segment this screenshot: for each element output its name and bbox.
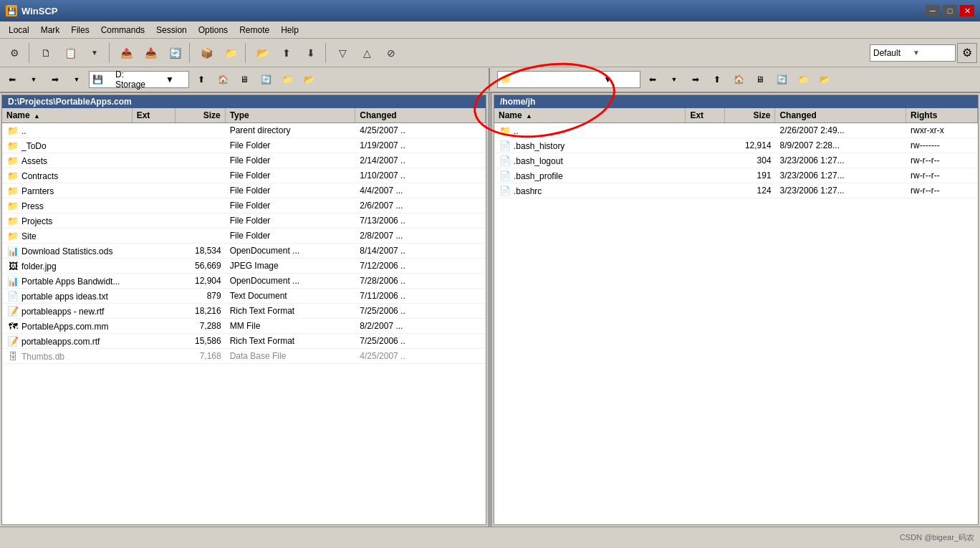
- list-item[interactable]: 🗺PortableApps.com.mm 7,288 MM File 8/2/2…: [2, 319, 486, 334]
- remote-col-size[interactable]: Size: [725, 108, 775, 122]
- remote-parent-button[interactable]: ⬆: [708, 70, 726, 89]
- list-item[interactable]: 📁.. Parent directory 4/25/2007 ..: [2, 123, 486, 138]
- local-panel: D:\Projects\PortableApps.com Name ▲ Ext …: [1, 95, 486, 525]
- list-item[interactable]: 📁Contracts File Folder 1/10/2007 ..: [2, 168, 486, 183]
- new-folder-button[interactable]: 📂: [251, 42, 274, 64]
- main-content: D:\Projects\PortableApps.com Name ▲ Ext …: [0, 93, 980, 527]
- list-item[interactable]: 📁.. 2/26/2007 2:49... rwxr-xr-x: [494, 123, 978, 138]
- remote-col-rights[interactable]: Rights: [906, 108, 978, 122]
- copy-icon-button[interactable]: 📥: [139, 42, 162, 64]
- remote-path-dropdown[interactable]: 📁 ▼: [497, 71, 640, 88]
- list-item[interactable]: 📝portableapps.com.rtf 15,586 Rich Text F…: [2, 334, 486, 349]
- remote-refresh-button[interactable]: 🔄: [772, 70, 791, 89]
- duplicate-tab-button[interactable]: 📋: [59, 42, 82, 64]
- list-item[interactable]: 📄portable apps ideas.txt 879 Text Docume…: [2, 289, 486, 304]
- preferences-button[interactable]: ⚙: [3, 42, 26, 64]
- remote-panel-path: /home/jh: [494, 95, 978, 108]
- menubar: Local Mark Files Commands Session Option…: [0, 21, 980, 39]
- remote-home-button[interactable]: 🏠: [729, 70, 748, 89]
- list-item[interactable]: 📄.bash_logout 304 3/23/2006 1:27... rw-r…: [494, 153, 978, 168]
- local-drive-arrow: ▼: [165, 74, 186, 85]
- sync-button[interactable]: 🔄: [163, 42, 186, 64]
- local-col-type[interactable]: Type: [226, 108, 356, 122]
- folder-button[interactable]: 📁: [219, 42, 242, 64]
- local-panel-path: D:\Projects\PortableApps.com: [2, 95, 486, 108]
- list-item[interactable]: 📁Press File Folder 2/6/2007 ...: [2, 198, 486, 213]
- upload-button[interactable]: ⬆: [275, 42, 298, 64]
- local-parent-button[interactable]: ⬆: [192, 70, 211, 89]
- list-item[interactable]: 📊Download Statistics.ods 18,534 OpenDocu…: [2, 244, 486, 259]
- remote-col-name[interactable]: Name ▲: [494, 108, 686, 122]
- menu-commands[interactable]: Commands: [95, 24, 150, 37]
- tab-menu-button[interactable]: ▼: [83, 42, 106, 64]
- local-panel-header: Name ▲ Ext Size Type Changed: [2, 108, 486, 123]
- remote-col-ext[interactable]: Ext: [686, 108, 725, 122]
- titlebar: 💾 WinSCP ─ □ ✕: [0, 0, 980, 21]
- addressbar: ⬅ ▼ ➡ ▼ 💾 D: Storage ▼ ⬆ 🏠 🖥 🔄 📁 📂 📁 ▼ ⬅…: [0, 67, 980, 93]
- close-button[interactable]: ✕: [960, 5, 974, 16]
- remote-panel: /home/jh Name ▲ Ext Size Changed Rights …: [494, 95, 979, 525]
- local-file-list[interactable]: 📁.. Parent directory 4/25/2007 .. 📁_ToDo…: [2, 123, 486, 524]
- filter2-button[interactable]: △: [355, 42, 378, 64]
- cancel-button[interactable]: ⊘: [380, 42, 403, 64]
- toolbar-separator-2: [109, 43, 112, 63]
- list-item[interactable]: 📁Parnters File Folder 4/4/2007 ...: [2, 183, 486, 198]
- local-forward-arrow[interactable]: ▼: [67, 70, 86, 89]
- list-item[interactable]: 📄.bash_profile 191 3/23/2006 1:27... rw-…: [494, 168, 978, 183]
- local-newfolder-button[interactable]: 📁: [278, 70, 297, 89]
- remote-file-list[interactable]: 📁.. 2/26/2007 2:49... rwxr-xr-x 📄.bash_h…: [494, 123, 978, 524]
- list-item[interactable]: 📄.bashrc 124 3/23/2006 1:27... rw-r--r--: [494, 183, 978, 198]
- session-gear-button[interactable]: ⚙: [957, 43, 977, 63]
- local-col-ext[interactable]: Ext: [133, 108, 176, 122]
- local-home-button[interactable]: 🏠: [213, 70, 232, 89]
- local-col-changed[interactable]: Changed: [355, 108, 486, 122]
- local-forward-button[interactable]: ➡: [46, 70, 64, 89]
- local-back-button[interactable]: ⬅: [3, 70, 21, 89]
- list-item[interactable]: 📁Assets File Folder 2/14/2007 ..: [2, 153, 486, 168]
- menu-mark[interactable]: Mark: [35, 24, 66, 37]
- list-item[interactable]: 📁Site File Folder 2/8/2007 ...: [2, 229, 486, 244]
- new-tab-button[interactable]: 🗋: [34, 42, 57, 64]
- remote-col-changed[interactable]: Changed: [775, 108, 906, 122]
- remote-addfav-button[interactable]: 📂: [815, 70, 834, 89]
- remote-back-button[interactable]: ⬅: [643, 70, 662, 89]
- list-item[interactable]: 🗄Thumbs.db 7,168 Data Base File 4/25/200…: [2, 349, 486, 364]
- list-item[interactable]: 📝portableapps - new.rtf 18,216 Rich Text…: [2, 304, 486, 319]
- local-back-arrow[interactable]: ▼: [24, 70, 43, 89]
- list-item[interactable]: 📄.bash_history 12,914 8/9/2007 2:28... r…: [494, 138, 978, 153]
- session-dropdown-arrow: ▼: [913, 49, 952, 57]
- list-item[interactable]: 📁_ToDo File Folder 1/19/2007 ..: [2, 138, 486, 153]
- menu-help[interactable]: Help: [275, 24, 304, 37]
- remote-path-arrow: ▼: [604, 74, 638, 85]
- panel-divider[interactable]: [488, 93, 492, 527]
- menu-remote[interactable]: Remote: [234, 24, 275, 37]
- download-button[interactable]: ⬇: [299, 42, 322, 64]
- list-item[interactable]: 🖼folder.jpg 56,669 JPEG Image 7/12/2006 …: [2, 259, 486, 274]
- remote-desktop-button[interactable]: 🖥: [751, 70, 769, 89]
- app-icon: 💾: [6, 5, 17, 16]
- remote-back-arrow[interactable]: ▼: [665, 70, 683, 89]
- menu-local[interactable]: Local: [3, 24, 35, 37]
- local-refresh-button[interactable]: 🔄: [256, 70, 275, 89]
- menu-session[interactable]: Session: [150, 24, 193, 37]
- menu-files[interactable]: Files: [65, 24, 95, 37]
- local-address-panel: ⬅ ▼ ➡ ▼ 💾 D: Storage ▼ ⬆ 🏠 🖥 🔄 📁 📂: [3, 70, 483, 89]
- local-desktop-button[interactable]: 🖥: [235, 70, 254, 89]
- copy-to-remote-button[interactable]: 📤: [115, 42, 138, 64]
- remote-forward-button[interactable]: ➡: [686, 70, 705, 89]
- move-button[interactable]: 📦: [195, 42, 218, 64]
- list-item[interactable]: 📊Portable Apps Bandwidt... 12,904 OpenDo…: [2, 274, 486, 289]
- minimize-button[interactable]: ─: [926, 5, 940, 16]
- main-toolbar: ⚙ 🗋 📋 ▼ 📤 📥 🔄 📦 📁 📂 ⬆ ⬇ ▽ △ ⊘ Default ▼ …: [0, 39, 980, 67]
- list-item[interactable]: 📁Projects File Folder 7/13/2006 ..: [2, 213, 486, 229]
- local-col-name[interactable]: Name ▲: [2, 108, 133, 122]
- local-drive-dropdown[interactable]: 💾 D: Storage ▼: [89, 71, 189, 88]
- session-dropdown[interactable]: Default ▼: [870, 44, 956, 62]
- local-col-size[interactable]: Size: [176, 108, 226, 122]
- local-addfav-button[interactable]: 📂: [299, 70, 318, 89]
- remote-newfolder-button[interactable]: 📁: [794, 70, 812, 89]
- menu-options[interactable]: Options: [193, 24, 234, 37]
- filter-button[interactable]: ▽: [331, 42, 354, 64]
- statusbar: CSDN @bigear_码农: [0, 527, 980, 548]
- maximize-button[interactable]: □: [943, 5, 957, 16]
